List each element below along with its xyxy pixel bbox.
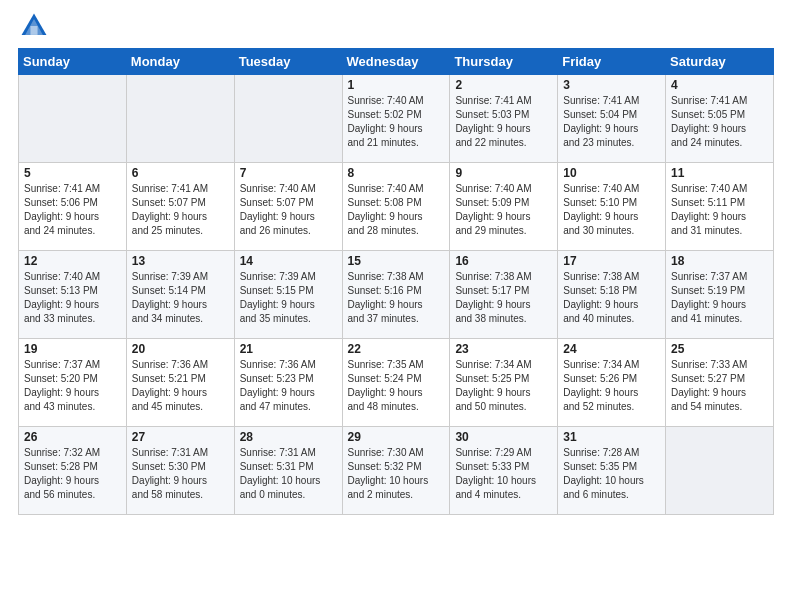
- calendar-cell: 1Sunrise: 7:40 AM Sunset: 5:02 PM Daylig…: [342, 75, 450, 163]
- calendar-cell: 17Sunrise: 7:38 AM Sunset: 5:18 PM Dayli…: [558, 251, 666, 339]
- weekday-header-thursday: Thursday: [450, 49, 558, 75]
- day-number: 5: [24, 166, 121, 180]
- day-number: 10: [563, 166, 660, 180]
- calendar-cell: 21Sunrise: 7:36 AM Sunset: 5:23 PM Dayli…: [234, 339, 342, 427]
- day-number: 20: [132, 342, 229, 356]
- day-info: Sunrise: 7:39 AM Sunset: 5:15 PM Dayligh…: [240, 270, 337, 326]
- calendar-cell: 3Sunrise: 7:41 AM Sunset: 5:04 PM Daylig…: [558, 75, 666, 163]
- day-number: 28: [240, 430, 337, 444]
- calendar-cell: 15Sunrise: 7:38 AM Sunset: 5:16 PM Dayli…: [342, 251, 450, 339]
- day-number: 23: [455, 342, 552, 356]
- day-info: Sunrise: 7:37 AM Sunset: 5:19 PM Dayligh…: [671, 270, 768, 326]
- calendar-cell: 30Sunrise: 7:29 AM Sunset: 5:33 PM Dayli…: [450, 427, 558, 515]
- day-info: Sunrise: 7:41 AM Sunset: 5:03 PM Dayligh…: [455, 94, 552, 150]
- calendar-cell: 18Sunrise: 7:37 AM Sunset: 5:19 PM Dayli…: [666, 251, 774, 339]
- calendar-cell: 27Sunrise: 7:31 AM Sunset: 5:30 PM Dayli…: [126, 427, 234, 515]
- day-number: 2: [455, 78, 552, 92]
- calendar-cell: 9Sunrise: 7:40 AM Sunset: 5:09 PM Daylig…: [450, 163, 558, 251]
- weekday-header-friday: Friday: [558, 49, 666, 75]
- day-info: Sunrise: 7:41 AM Sunset: 5:06 PM Dayligh…: [24, 182, 121, 238]
- day-number: 15: [348, 254, 445, 268]
- header: [18, 10, 774, 42]
- calendar-cell: 28Sunrise: 7:31 AM Sunset: 5:31 PM Dayli…: [234, 427, 342, 515]
- day-info: Sunrise: 7:40 AM Sunset: 5:09 PM Dayligh…: [455, 182, 552, 238]
- day-number: 30: [455, 430, 552, 444]
- day-number: 1: [348, 78, 445, 92]
- day-info: Sunrise: 7:37 AM Sunset: 5:20 PM Dayligh…: [24, 358, 121, 414]
- calendar-cell: [666, 427, 774, 515]
- day-number: 6: [132, 166, 229, 180]
- day-info: Sunrise: 7:38 AM Sunset: 5:17 PM Dayligh…: [455, 270, 552, 326]
- day-info: Sunrise: 7:28 AM Sunset: 5:35 PM Dayligh…: [563, 446, 660, 502]
- day-info: Sunrise: 7:40 AM Sunset: 5:10 PM Dayligh…: [563, 182, 660, 238]
- calendar-cell: 31Sunrise: 7:28 AM Sunset: 5:35 PM Dayli…: [558, 427, 666, 515]
- day-number: 16: [455, 254, 552, 268]
- calendar-cell: [234, 75, 342, 163]
- day-info: Sunrise: 7:40 AM Sunset: 5:08 PM Dayligh…: [348, 182, 445, 238]
- calendar-cell: 2Sunrise: 7:41 AM Sunset: 5:03 PM Daylig…: [450, 75, 558, 163]
- weekday-header-sunday: Sunday: [19, 49, 127, 75]
- logo: [18, 10, 54, 42]
- day-info: Sunrise: 7:40 AM Sunset: 5:11 PM Dayligh…: [671, 182, 768, 238]
- day-number: 27: [132, 430, 229, 444]
- calendar-week-3: 12Sunrise: 7:40 AM Sunset: 5:13 PM Dayli…: [19, 251, 774, 339]
- calendar-cell: 8Sunrise: 7:40 AM Sunset: 5:08 PM Daylig…: [342, 163, 450, 251]
- day-info: Sunrise: 7:40 AM Sunset: 5:07 PM Dayligh…: [240, 182, 337, 238]
- calendar-cell: 25Sunrise: 7:33 AM Sunset: 5:27 PM Dayli…: [666, 339, 774, 427]
- calendar-cell: 16Sunrise: 7:38 AM Sunset: 5:17 PM Dayli…: [450, 251, 558, 339]
- day-info: Sunrise: 7:32 AM Sunset: 5:28 PM Dayligh…: [24, 446, 121, 502]
- calendar-cell: [19, 75, 127, 163]
- day-info: Sunrise: 7:30 AM Sunset: 5:32 PM Dayligh…: [348, 446, 445, 502]
- day-info: Sunrise: 7:39 AM Sunset: 5:14 PM Dayligh…: [132, 270, 229, 326]
- day-number: 26: [24, 430, 121, 444]
- weekday-header-tuesday: Tuesday: [234, 49, 342, 75]
- calendar-cell: 13Sunrise: 7:39 AM Sunset: 5:14 PM Dayli…: [126, 251, 234, 339]
- page: SundayMondayTuesdayWednesdayThursdayFrid…: [0, 0, 792, 525]
- calendar-table: SundayMondayTuesdayWednesdayThursdayFrid…: [18, 48, 774, 515]
- day-info: Sunrise: 7:34 AM Sunset: 5:25 PM Dayligh…: [455, 358, 552, 414]
- day-info: Sunrise: 7:41 AM Sunset: 5:05 PM Dayligh…: [671, 94, 768, 150]
- day-info: Sunrise: 7:33 AM Sunset: 5:27 PM Dayligh…: [671, 358, 768, 414]
- weekday-header-monday: Monday: [126, 49, 234, 75]
- day-info: Sunrise: 7:31 AM Sunset: 5:31 PM Dayligh…: [240, 446, 337, 502]
- day-info: Sunrise: 7:34 AM Sunset: 5:26 PM Dayligh…: [563, 358, 660, 414]
- day-info: Sunrise: 7:41 AM Sunset: 5:04 PM Dayligh…: [563, 94, 660, 150]
- day-info: Sunrise: 7:38 AM Sunset: 5:18 PM Dayligh…: [563, 270, 660, 326]
- calendar-cell: [126, 75, 234, 163]
- calendar-cell: 4Sunrise: 7:41 AM Sunset: 5:05 PM Daylig…: [666, 75, 774, 163]
- calendar-header: SundayMondayTuesdayWednesdayThursdayFrid…: [19, 49, 774, 75]
- weekday-row: SundayMondayTuesdayWednesdayThursdayFrid…: [19, 49, 774, 75]
- day-number: 3: [563, 78, 660, 92]
- day-number: 4: [671, 78, 768, 92]
- day-number: 14: [240, 254, 337, 268]
- calendar-cell: 26Sunrise: 7:32 AM Sunset: 5:28 PM Dayli…: [19, 427, 127, 515]
- calendar-cell: 12Sunrise: 7:40 AM Sunset: 5:13 PM Dayli…: [19, 251, 127, 339]
- weekday-header-saturday: Saturday: [666, 49, 774, 75]
- calendar-cell: 7Sunrise: 7:40 AM Sunset: 5:07 PM Daylig…: [234, 163, 342, 251]
- day-number: 29: [348, 430, 445, 444]
- calendar-cell: 10Sunrise: 7:40 AM Sunset: 5:10 PM Dayli…: [558, 163, 666, 251]
- day-number: 12: [24, 254, 121, 268]
- calendar-cell: 6Sunrise: 7:41 AM Sunset: 5:07 PM Daylig…: [126, 163, 234, 251]
- day-info: Sunrise: 7:36 AM Sunset: 5:23 PM Dayligh…: [240, 358, 337, 414]
- day-number: 17: [563, 254, 660, 268]
- day-info: Sunrise: 7:41 AM Sunset: 5:07 PM Dayligh…: [132, 182, 229, 238]
- day-number: 9: [455, 166, 552, 180]
- day-number: 18: [671, 254, 768, 268]
- calendar-cell: 29Sunrise: 7:30 AM Sunset: 5:32 PM Dayli…: [342, 427, 450, 515]
- logo-icon: [18, 10, 50, 42]
- day-info: Sunrise: 7:40 AM Sunset: 5:02 PM Dayligh…: [348, 94, 445, 150]
- weekday-header-wednesday: Wednesday: [342, 49, 450, 75]
- calendar-cell: 20Sunrise: 7:36 AM Sunset: 5:21 PM Dayli…: [126, 339, 234, 427]
- day-info: Sunrise: 7:36 AM Sunset: 5:21 PM Dayligh…: [132, 358, 229, 414]
- calendar-cell: 11Sunrise: 7:40 AM Sunset: 5:11 PM Dayli…: [666, 163, 774, 251]
- calendar-body: 1Sunrise: 7:40 AM Sunset: 5:02 PM Daylig…: [19, 75, 774, 515]
- day-number: 7: [240, 166, 337, 180]
- calendar-cell: 24Sunrise: 7:34 AM Sunset: 5:26 PM Dayli…: [558, 339, 666, 427]
- calendar-week-4: 19Sunrise: 7:37 AM Sunset: 5:20 PM Dayli…: [19, 339, 774, 427]
- day-info: Sunrise: 7:35 AM Sunset: 5:24 PM Dayligh…: [348, 358, 445, 414]
- day-number: 25: [671, 342, 768, 356]
- day-info: Sunrise: 7:31 AM Sunset: 5:30 PM Dayligh…: [132, 446, 229, 502]
- day-number: 22: [348, 342, 445, 356]
- day-info: Sunrise: 7:38 AM Sunset: 5:16 PM Dayligh…: [348, 270, 445, 326]
